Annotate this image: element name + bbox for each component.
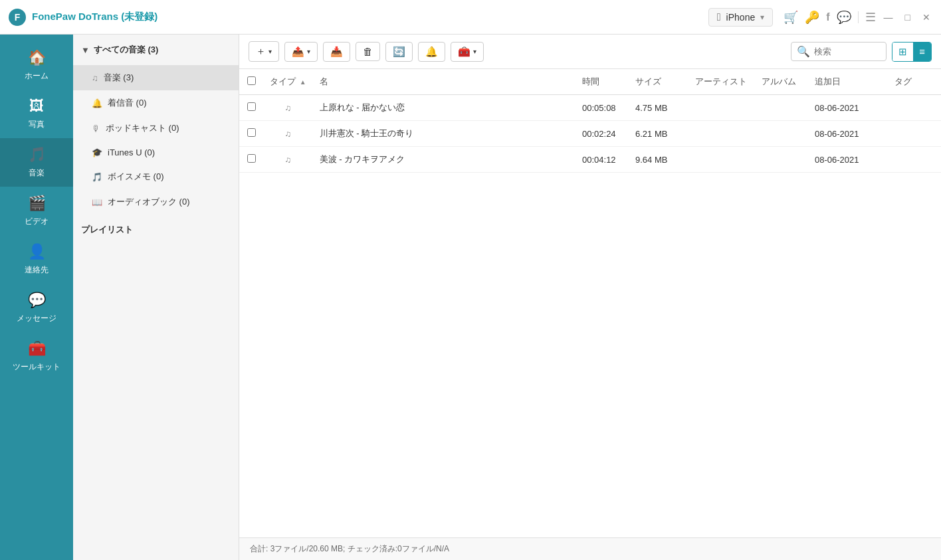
music-table-container: タイプ ▲ 名 時間 サイズ アーティスト xyxy=(239,69,941,537)
statusbar: 合計: 3ファイル/20.60 MB; チェック済み:0ファイル/N/A xyxy=(239,537,941,560)
playlist-header: プレイリスト xyxy=(73,215,239,241)
maximize-button[interactable]: □ xyxy=(902,11,913,24)
header-time[interactable]: 時間 xyxy=(575,69,629,95)
row-type-1: ♫ xyxy=(263,121,313,147)
grid-view-button[interactable]: ⊞ xyxy=(892,43,913,61)
close-button[interactable]: ✕ xyxy=(920,11,933,24)
select-all-checkbox[interactable] xyxy=(247,76,256,85)
itunesu-icon: 🎓 xyxy=(92,147,102,157)
menu-icon[interactable]: ☰ xyxy=(865,10,876,25)
header-artist[interactable]: アーティスト xyxy=(688,69,755,95)
cart-icon[interactable]: 🛒 xyxy=(784,10,798,25)
sidebar-label-home: ホーム xyxy=(25,70,49,82)
search-input[interactable] xyxy=(814,47,881,56)
category-header-label: すべての音楽 (3) xyxy=(94,44,159,56)
export-chevron: ▾ xyxy=(307,48,310,55)
apple-icon:  xyxy=(717,11,721,23)
svg-text:F: F xyxy=(15,12,21,23)
main-area: 🏠 ホーム 🖼 写真 🎵 音楽 🎬 ビデオ 👤 連絡先 💬 メッセージ 🧰 ツー… xyxy=(0,35,941,560)
tools-button[interactable]: 🧰 ▾ xyxy=(451,42,484,62)
app-logo: F xyxy=(8,8,27,27)
sidebar-item-tools[interactable]: 🧰 ツールキット xyxy=(0,332,73,381)
header-check[interactable] xyxy=(239,69,263,95)
device-selector[interactable]:  iPhone ▾ xyxy=(708,8,773,27)
header-tag[interactable]: タグ xyxy=(888,69,941,95)
expand-chevron: ▼ xyxy=(81,45,90,55)
category-itunesu[interactable]: 🎓 iTunes U (0) xyxy=(73,141,239,164)
sidebar-item-music[interactable]: 🎵 音楽 xyxy=(0,138,73,187)
window-controls: — □ ✕ xyxy=(881,11,933,24)
row-time-2: 00:04:12 xyxy=(575,147,629,173)
header-date[interactable]: 追加日 xyxy=(808,69,888,95)
category-podcast-label: ポッドキャスト (0) xyxy=(106,122,179,134)
sidebar-label-tools: ツールキット xyxy=(13,361,60,373)
list-view-button[interactable]: ≡ xyxy=(913,43,931,61)
header-type[interactable]: タイプ ▲ xyxy=(263,69,313,95)
key-icon[interactable]: 🔑 xyxy=(805,10,819,25)
notify-button[interactable]: 🔔 xyxy=(418,42,445,62)
home-icon: 🏠 xyxy=(28,49,46,66)
category-header[interactable]: ▼ すべての音楽 (3) xyxy=(73,35,239,65)
row-checkbox-2[interactable] xyxy=(247,154,256,163)
titlebar: F FonePaw DoTrans (未登録)  iPhone ▾ 🛒 🔑 f… xyxy=(0,0,941,35)
chat-icon[interactable]: 💬 xyxy=(837,10,851,25)
contacts-icon: 👤 xyxy=(28,243,46,260)
music-table: タイプ ▲ 名 時間 サイズ アーティスト xyxy=(239,69,941,173)
category-voicememo[interactable]: 🎵 ボイスメモ (0) xyxy=(73,164,239,189)
sidebar-label-messages: メッセージ xyxy=(17,313,56,324)
row-name-1: 川井憲次 - 騎士王の奇り xyxy=(313,121,575,147)
sidebar-item-home[interactable]: 🏠 ホーム xyxy=(0,41,73,90)
type-sort-icon: ▲ xyxy=(300,78,306,86)
export-button[interactable]: 📤 ▾ xyxy=(284,42,318,62)
row-tag-0 xyxy=(888,95,941,121)
voicememo-icon: 🎵 xyxy=(92,172,102,182)
row-time-1: 00:02:24 xyxy=(575,121,629,147)
row-check-2[interactable] xyxy=(239,147,263,173)
category-music[interactable]: ♫ 音楽 (3) xyxy=(73,65,239,90)
sidebar-label-music: 音楽 xyxy=(29,167,45,179)
tools-chevron: ▾ xyxy=(473,48,476,55)
sidebar-item-messages[interactable]: 💬 メッセージ xyxy=(0,284,73,332)
category-ringtone-label: 着信音 (0) xyxy=(108,97,147,109)
row-size-2: 9.64 MB xyxy=(629,147,688,173)
category-audiobook[interactable]: 📖 オーディオブック (0) xyxy=(73,189,239,215)
sidebar: 🏠 ホーム 🖼 写真 🎵 音楽 🎬 ビデオ 👤 連絡先 💬 メッセージ 🧰 ツー… xyxy=(0,35,73,560)
music-icon: 🎵 xyxy=(28,146,46,163)
sidebar-item-video[interactable]: 🎬 ビデオ xyxy=(0,187,73,235)
row-album-0 xyxy=(755,95,808,121)
sync-button[interactable]: 🔄 xyxy=(385,42,413,62)
import-button[interactable]: 📥 xyxy=(323,42,350,62)
category-podcast[interactable]: 🎙 ポッドキャスト (0) xyxy=(73,116,239,141)
row-check-0[interactable] xyxy=(239,95,263,121)
row-time-0: 00:05:08 xyxy=(575,95,629,121)
header-size[interactable]: サイズ xyxy=(629,69,688,95)
music-type-icon: ♫ xyxy=(284,103,291,113)
row-check-1[interactable] xyxy=(239,121,263,147)
minimize-button[interactable]: — xyxy=(881,11,896,24)
podcast-icon: 🎙 xyxy=(92,124,100,134)
row-size-1: 6.21 MB xyxy=(629,121,688,147)
left-panel: ▼ すべての音楽 (3) ♫ 音楽 (3) 🔔 着信音 (0) 🎙 ポッドキャス… xyxy=(73,35,239,560)
row-checkbox-0[interactable] xyxy=(247,102,256,111)
sidebar-item-photo[interactable]: 🖼 写真 xyxy=(0,90,73,138)
facebook-icon[interactable]: f xyxy=(826,11,829,23)
add-button[interactable]: ＋ ▾ xyxy=(249,41,279,62)
search-icon: 🔍 xyxy=(797,45,810,58)
search-box[interactable]: 🔍 xyxy=(791,42,887,61)
status-text: 合計: 3ファイル/20.60 MB; チェック済み:0ファイル/N/A xyxy=(250,544,449,553)
row-checkbox-1[interactable] xyxy=(247,128,256,137)
row-name-2: 美波 - カワキヲアメク xyxy=(313,147,575,173)
category-ringtone[interactable]: 🔔 着信音 (0) xyxy=(73,90,239,116)
row-artist-2 xyxy=(688,147,755,173)
audiobook-icon: 📖 xyxy=(92,197,102,207)
delete-button[interactable]: 🗑 xyxy=(356,42,380,61)
notify-icon: 🔔 xyxy=(425,46,438,58)
header-name[interactable]: 名 xyxy=(313,69,575,95)
category-itunesu-label: iTunes U (0) xyxy=(108,147,155,157)
sidebar-label-contacts: 連絡先 xyxy=(25,264,49,276)
row-date-0: 08-06-2021 xyxy=(808,95,888,121)
sidebar-item-contacts[interactable]: 👤 連絡先 xyxy=(0,235,73,284)
category-voicememo-label: ボイスメモ (0) xyxy=(108,171,164,183)
header-album[interactable]: アルバム xyxy=(755,69,808,95)
tools-icon: 🧰 xyxy=(28,340,46,357)
